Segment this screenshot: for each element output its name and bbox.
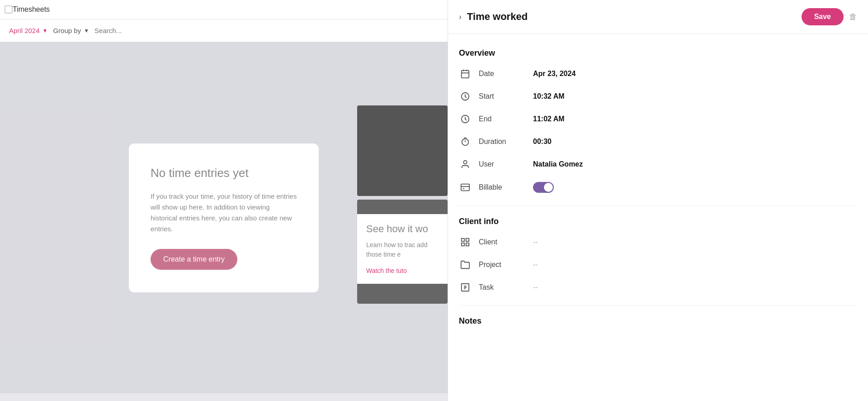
date-filter-label: April 2024	[9, 27, 40, 34]
duration-value[interactable]: 00:30	[533, 138, 552, 146]
client-info-section-title: Client info	[459, 217, 857, 226]
task-icon	[459, 282, 472, 292]
panel-header-left: › Time worked	[459, 11, 528, 23]
date-field-row: Date Apr 23, 2024	[459, 69, 857, 79]
watch-tutorial-link[interactable]: Watch the tuto	[366, 267, 407, 274]
svg-rect-13	[466, 239, 469, 241]
panel-collapse-icon[interactable]: ›	[459, 12, 462, 22]
divider-2	[459, 305, 857, 306]
panel-header: › Time worked Save 🗑	[448, 0, 868, 34]
panel-body: Overview Date Apr 23, 2024	[448, 34, 868, 351]
clock-icon-end	[459, 114, 472, 124]
create-time-entry-button[interactable]: Create a time entry	[151, 249, 237, 270]
client-value[interactable]: --	[533, 238, 538, 246]
toggle-track	[533, 182, 554, 193]
svg-point-6	[462, 139, 469, 146]
task-label: Task	[479, 283, 533, 291]
empty-state-description: If you track your time, your history of …	[151, 191, 297, 234]
client-field-row: Client --	[459, 237, 857, 247]
user-icon	[459, 159, 472, 169]
empty-state-title: No time entries yet	[151, 166, 297, 180]
date-filter[interactable]: April 2024 ▼	[9, 27, 47, 34]
calendar-icon	[459, 69, 472, 79]
user-field-row: User Natalia Gomez	[459, 159, 857, 169]
task-value[interactable]: --	[533, 283, 538, 291]
page-title: Timesheets	[13, 5, 50, 14]
delete-icon[interactable]: 🗑	[849, 12, 857, 22]
task-field-row: Task --	[459, 282, 857, 292]
date-label: Date	[479, 70, 533, 78]
divider-1	[459, 205, 857, 206]
end-field-row: End 11:02 AM	[459, 114, 857, 124]
toggle-thumb	[544, 183, 553, 192]
project-label: Project	[479, 261, 533, 269]
panel-title: Time worked	[467, 11, 528, 23]
billable-field-row: Billable	[459, 182, 857, 193]
start-label: Start	[479, 92, 533, 100]
project-icon	[459, 260, 472, 270]
svg-point-8	[463, 161, 467, 164]
start-field-row: Start 10:32 AM	[459, 91, 857, 101]
filter-bar: April 2024 ▼ Group by ▼	[0, 19, 448, 42]
svg-rect-0	[462, 71, 469, 78]
svg-rect-9	[461, 184, 469, 191]
user-label: User	[479, 160, 533, 168]
stopwatch-icon	[459, 137, 472, 147]
date-chevron-icon: ▼	[42, 28, 48, 34]
bg-card-top	[357, 105, 448, 196]
top-bar: Timesheets	[0, 0, 448, 19]
svg-rect-12	[462, 239, 464, 241]
svg-rect-15	[462, 243, 464, 246]
empty-state-card: No time entries yet If you track your ti…	[129, 143, 319, 292]
clock-icon-start	[459, 91, 472, 101]
duration-label: Duration	[479, 138, 533, 146]
billable-icon	[459, 182, 472, 192]
billable-label: Billable	[479, 183, 533, 191]
group-by-label: Group by	[53, 27, 81, 34]
toggle-switch[interactable]	[533, 182, 554, 193]
project-field-row: Project --	[459, 260, 857, 270]
duration-field-row: Duration 00:30	[459, 137, 857, 147]
client-label: Client	[479, 238, 533, 246]
save-button[interactable]: Save	[802, 8, 844, 25]
end-label: End	[479, 115, 533, 123]
notes-section-title: Notes	[459, 316, 857, 326]
billable-toggle[interactable]	[533, 182, 554, 193]
user-value[interactable]: Natalia Gomez	[533, 160, 583, 168]
project-value[interactable]: --	[533, 261, 538, 269]
search-input[interactable]	[94, 27, 439, 34]
start-value[interactable]: 10:32 AM	[533, 92, 565, 100]
client-icon	[459, 237, 472, 247]
group-by-chevron-icon: ▼	[84, 28, 89, 34]
bg-card-bottom: See how it wo Learn how to trac add thos…	[357, 200, 448, 304]
see-how-card: See how it wo Learn how to trac add thos…	[357, 214, 448, 284]
panel-header-right: Save 🗑	[802, 8, 857, 25]
right-panel: › Time worked Save 🗑 Overview Date Apr 2…	[448, 0, 868, 401]
main-content: No time entries yet If you track your ti…	[0, 42, 448, 393]
group-by-filter[interactable]: Group by ▼	[53, 27, 89, 34]
sidebar-toggle-icon[interactable]	[5, 5, 13, 14]
end-value[interactable]: 11:02 AM	[533, 115, 565, 123]
date-value[interactable]: Apr 23, 2024	[533, 70, 576, 78]
overview-section-title: Overview	[459, 48, 857, 58]
see-how-description: Learn how to trac add those time e	[366, 240, 439, 259]
left-panel: Timesheets April 2024 ▼ Group by ▼ No ti…	[0, 0, 448, 401]
background-cards: See how it wo Learn how to trac add thos…	[357, 42, 448, 393]
see-how-title: See how it wo	[366, 223, 439, 235]
svg-rect-14	[466, 243, 469, 246]
